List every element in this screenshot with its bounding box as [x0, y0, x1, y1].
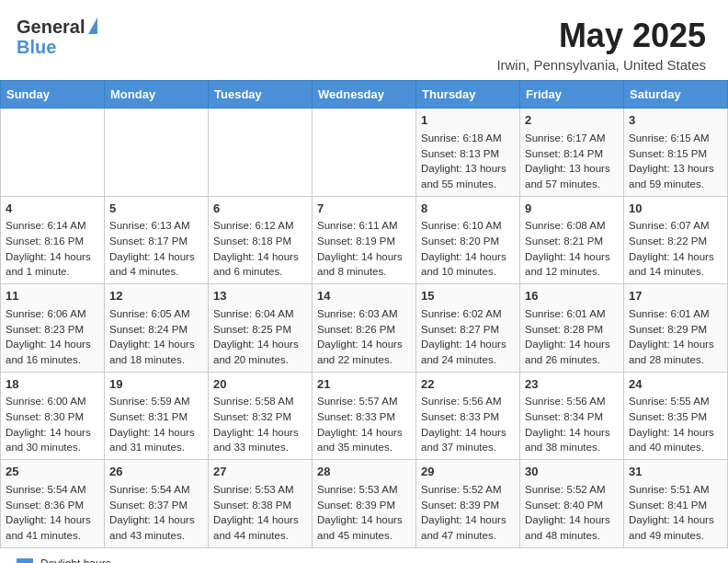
calendar-week-row: 4Sunrise: 6:14 AMSunset: 8:16 PMDaylight…	[1, 196, 728, 284]
day-number: 20	[213, 376, 307, 394]
calendar-cell: 3Sunrise: 6:15 AMSunset: 8:15 PMDaylight…	[624, 109, 728, 197]
calendar-cell: 13Sunrise: 6:04 AMSunset: 8:25 PMDayligh…	[209, 284, 313, 373]
calendar-cell: 17Sunrise: 6:01 AMSunset: 8:29 PMDayligh…	[624, 284, 728, 373]
day-info: Sunrise: 5:56 AM	[525, 394, 619, 409]
calendar-cell: 1Sunrise: 6:18 AMSunset: 8:13 PMDaylight…	[416, 109, 520, 197]
day-header-friday: Friday	[520, 81, 624, 109]
day-info: Daylight: 14 hours and 28 minutes.	[629, 337, 722, 367]
day-info: Daylight: 14 hours and 10 minutes.	[421, 249, 515, 280]
day-number: 15	[421, 288, 515, 305]
calendar-week-row: 25Sunrise: 5:54 AMSunset: 8:36 PMDayligh…	[1, 460, 728, 548]
calendar-cell: 6Sunrise: 6:12 AMSunset: 8:18 PMDaylight…	[209, 196, 313, 284]
day-info: Sunset: 8:13 PM	[421, 146, 515, 162]
daylight-label: Daylight hours	[40, 557, 111, 563]
day-info: Sunset: 8:33 PM	[317, 409, 411, 425]
day-info: Daylight: 14 hours and 26 minutes.	[525, 337, 619, 367]
title-area: May 2025 Irwin, Pennsylvania, United Sta…	[496, 17, 706, 73]
day-header-tuesday: Tuesday	[209, 81, 313, 109]
logo-general-text: General	[17, 17, 85, 37]
day-info: Daylight: 14 hours and 41 minutes.	[6, 512, 99, 543]
calendar-table: SundayMondayTuesdayWednesdayThursdayFrid…	[0, 80, 728, 548]
day-number: 25	[6, 464, 99, 481]
day-header-saturday: Saturday	[624, 81, 728, 109]
day-info: Sunrise: 6:10 AM	[421, 218, 515, 234]
calendar-week-row: 11Sunrise: 6:06 AMSunset: 8:23 PMDayligh…	[1, 284, 728, 373]
day-info: Sunrise: 6:04 AM	[213, 306, 307, 322]
calendar-cell	[105, 109, 209, 197]
calendar-header-row: SundayMondayTuesdayWednesdayThursdayFrid…	[1, 81, 728, 109]
day-info: Sunrise: 6:08 AM	[525, 218, 619, 234]
logo-blue-text: Blue	[17, 37, 56, 57]
day-info: Sunset: 8:17 PM	[109, 234, 203, 249]
day-info: Sunrise: 5:57 AM	[317, 394, 411, 409]
day-number: 28	[317, 464, 411, 481]
calendar-week-row: 18Sunrise: 6:00 AMSunset: 8:30 PMDayligh…	[1, 372, 728, 460]
day-number: 10	[629, 201, 722, 218]
day-info: Sunset: 8:18 PM	[213, 234, 307, 249]
day-number: 29	[421, 464, 515, 481]
day-number: 31	[629, 464, 722, 481]
day-number: 19	[109, 376, 203, 394]
day-number: 12	[109, 288, 203, 305]
day-info: Sunrise: 6:07 AM	[629, 218, 722, 234]
calendar-cell: 24Sunrise: 5:55 AMSunset: 8:35 PMDayligh…	[624, 372, 728, 460]
day-info: Sunrise: 5:54 AM	[6, 482, 99, 498]
calendar-cell: 27Sunrise: 5:53 AMSunset: 8:38 PMDayligh…	[209, 460, 313, 548]
day-number: 22	[421, 376, 515, 394]
calendar-cell: 2Sunrise: 6:17 AMSunset: 8:14 PMDaylight…	[520, 109, 624, 197]
day-info: Daylight: 14 hours and 1 minute.	[6, 249, 99, 280]
calendar-footer: Daylight hours	[0, 548, 728, 563]
day-number: 5	[109, 201, 203, 218]
day-number: 6	[213, 201, 307, 218]
day-number: 17	[629, 288, 722, 305]
day-info: Sunrise: 6:00 AM	[6, 394, 99, 409]
day-info: Sunrise: 6:02 AM	[421, 306, 515, 322]
day-info: Sunrise: 6:15 AM	[629, 131, 722, 146]
day-info: Daylight: 14 hours and 30 minutes.	[6, 425, 99, 455]
day-info: Sunrise: 5:53 AM	[317, 482, 411, 498]
day-info: Sunset: 8:21 PM	[525, 234, 619, 249]
day-info: Sunrise: 6:18 AM	[421, 131, 515, 146]
calendar-cell: 5Sunrise: 6:13 AMSunset: 8:17 PMDaylight…	[105, 196, 209, 284]
day-info: Daylight: 14 hours and 40 minutes.	[629, 425, 722, 455]
day-info: Sunset: 8:23 PM	[6, 322, 99, 338]
calendar-cell: 25Sunrise: 5:54 AMSunset: 8:36 PMDayligh…	[1, 460, 105, 548]
calendar-cell: 28Sunrise: 5:53 AMSunset: 8:39 PMDayligh…	[313, 460, 416, 548]
day-info: Sunset: 8:39 PM	[421, 498, 515, 513]
day-info: Sunset: 8:35 PM	[629, 409, 722, 425]
logo: General Blue	[17, 17, 97, 57]
day-info: Sunset: 8:15 PM	[629, 146, 722, 162]
day-info: Daylight: 14 hours and 16 minutes.	[6, 337, 99, 367]
day-info: Sunset: 8:26 PM	[317, 322, 411, 338]
day-info: Daylight: 14 hours and 43 minutes.	[109, 512, 203, 543]
day-info: Daylight: 14 hours and 48 minutes.	[525, 512, 619, 543]
day-info: Sunset: 8:30 PM	[6, 409, 99, 425]
calendar-cell: 29Sunrise: 5:52 AMSunset: 8:39 PMDayligh…	[416, 460, 520, 548]
day-number: 30	[525, 464, 619, 481]
day-info: Sunrise: 6:03 AM	[317, 306, 411, 322]
day-info: Sunrise: 5:53 AM	[213, 482, 307, 498]
day-info: Sunset: 8:36 PM	[6, 498, 99, 513]
day-info: Daylight: 14 hours and 33 minutes.	[213, 425, 307, 455]
calendar-cell: 12Sunrise: 6:05 AMSunset: 8:24 PMDayligh…	[105, 284, 209, 373]
calendar-week-row: 1Sunrise: 6:18 AMSunset: 8:13 PMDaylight…	[1, 109, 728, 197]
page-header: General Blue May 2025 Irwin, Pennsylvani…	[0, 0, 728, 80]
day-number: 14	[317, 288, 411, 305]
day-info: Sunset: 8:24 PM	[109, 322, 203, 338]
day-number: 7	[317, 201, 411, 218]
day-number: 11	[6, 288, 99, 305]
day-info: Sunset: 8:19 PM	[317, 234, 411, 249]
calendar-cell	[209, 109, 313, 197]
day-info: Daylight: 14 hours and 47 minutes.	[421, 512, 515, 543]
day-info: Daylight: 14 hours and 44 minutes.	[213, 512, 307, 543]
day-header-wednesday: Wednesday	[313, 81, 416, 109]
day-info: Daylight: 14 hours and 6 minutes.	[213, 249, 307, 280]
day-info: Daylight: 14 hours and 12 minutes.	[525, 249, 619, 280]
day-info: Sunrise: 6:06 AM	[6, 306, 99, 322]
calendar-subtitle: Irwin, Pennsylvania, United States	[496, 57, 706, 73]
day-info: Sunrise: 6:11 AM	[317, 218, 411, 234]
day-info: Sunrise: 6:12 AM	[213, 218, 307, 234]
day-info: Sunrise: 5:54 AM	[109, 482, 203, 498]
day-info: Sunset: 8:14 PM	[525, 146, 619, 162]
day-info: Sunset: 8:34 PM	[525, 409, 619, 425]
